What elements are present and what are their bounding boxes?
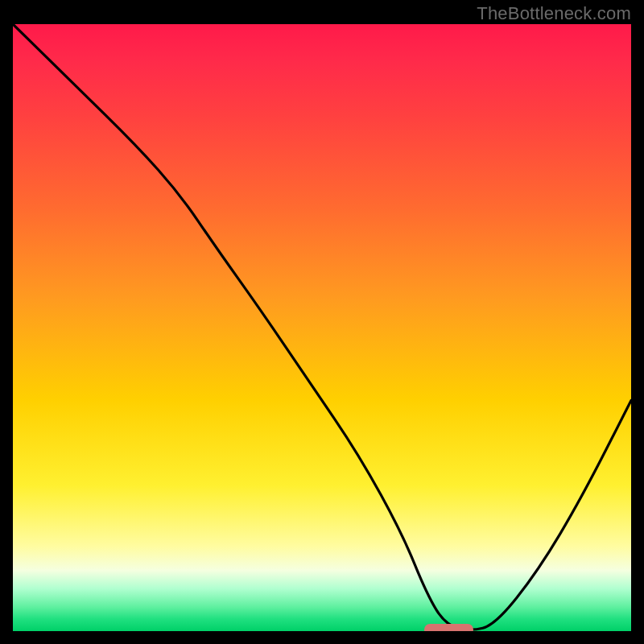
plot-area xyxy=(13,24,631,631)
chart-stage: TheBottleneck.com xyxy=(0,0,644,644)
optimum-marker xyxy=(424,624,473,631)
watermark-text: TheBottleneck.com xyxy=(477,3,631,24)
bottleneck-curve xyxy=(13,24,631,631)
